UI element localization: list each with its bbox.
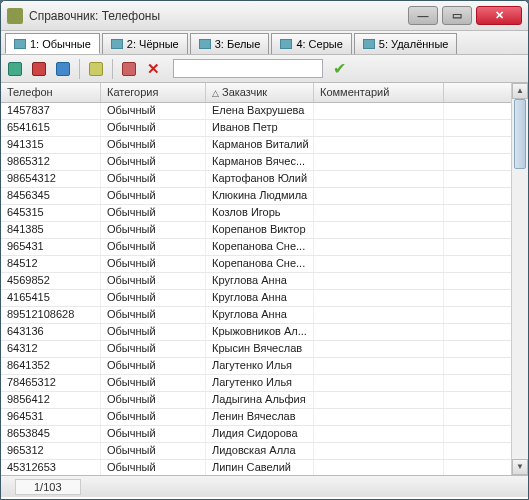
app-window: Справочник: Телефоны — ▭ ✕ 1: Обычные2: …: [0, 0, 529, 500]
cell-category: Обычный: [101, 103, 206, 119]
cell-customer: Лагутенко Илья: [206, 375, 314, 391]
vertical-scrollbar[interactable]: ▲ ▼: [511, 83, 528, 475]
cell-customer: Карманов Вячес...: [206, 154, 314, 170]
cell-category: Обычный: [101, 392, 206, 408]
table-row[interactable]: 1457837ОбычныйЕлена Вахрушева: [1, 103, 511, 120]
table-row[interactable]: 4569852ОбычныйКруглова Анна: [1, 273, 511, 290]
app-icon: [7, 8, 23, 24]
scroll-up-button[interactable]: ▲: [512, 83, 528, 99]
table-row[interactable]: 98654312ОбычныйКартофанов Юлий: [1, 171, 511, 188]
table-row[interactable]: 965431ОбычныйКорепанова Сне...: [1, 239, 511, 256]
cell-customer: Крыжовников Ал...: [206, 324, 314, 340]
grid-container: ТелефонКатегория△ЗаказчикКомментарий 145…: [1, 83, 528, 475]
minimize-button[interactable]: —: [408, 6, 438, 25]
cell-category: Обычный: [101, 443, 206, 459]
table-row[interactable]: 4165415ОбычныйКруглова Анна: [1, 290, 511, 307]
tab-3[interactable]: 4: Серые: [271, 33, 351, 54]
cell-phone: 1457837: [1, 103, 101, 119]
cell-comment: [314, 256, 444, 272]
table-row[interactable]: 8653845ОбычныйЛидия Сидорова: [1, 426, 511, 443]
copy-record-button[interactable]: [53, 59, 73, 79]
cell-category: Обычный: [101, 120, 206, 136]
table-row[interactable]: 84512ОбычныйКорепанова Сне...: [1, 256, 511, 273]
maximize-button[interactable]: ▭: [442, 6, 472, 25]
tab-1[interactable]: 2: Чёрные: [102, 33, 188, 54]
scroll-thumb[interactable]: [514, 99, 526, 169]
column-header-0[interactable]: Телефон: [1, 83, 101, 102]
table-row[interactable]: 64312ОбычныйКрысин Вячеслав: [1, 341, 511, 358]
table-row[interactable]: 941315ОбычныйКарманов Виталий: [1, 137, 511, 154]
cell-category: Обычный: [101, 460, 206, 475]
table-row[interactable]: 6541615ОбычныйИванов Петр: [1, 120, 511, 137]
tab-icon: [199, 39, 211, 49]
cell-phone: 965431: [1, 239, 101, 255]
cell-phone: 9865312: [1, 154, 101, 170]
cell-comment: [314, 460, 444, 475]
cell-category: Обычный: [101, 188, 206, 204]
cell-phone: 8653845: [1, 426, 101, 442]
tab-4[interactable]: 5: Удалённые: [354, 33, 458, 54]
column-header-1[interactable]: Категория: [101, 83, 206, 102]
table-row[interactable]: 8456345ОбычныйКлюкина Людмила: [1, 188, 511, 205]
table-row[interactable]: 643136ОбычныйКрыжовников Ал...: [1, 324, 511, 341]
cell-comment: [314, 154, 444, 170]
table-row[interactable]: 841385ОбычныйКорепанов Виктор: [1, 222, 511, 239]
table-row[interactable]: 964531ОбычныйЛенин Вячеслав: [1, 409, 511, 426]
grid-header: ТелефонКатегория△ЗаказчикКомментарий: [1, 83, 511, 103]
data-grid[interactable]: ТелефонКатегория△ЗаказчикКомментарий 145…: [1, 83, 511, 475]
cell-comment: [314, 188, 444, 204]
search-input[interactable]: [173, 59, 323, 78]
edit-record-button[interactable]: [29, 59, 49, 79]
cell-customer: Круглова Анна: [206, 307, 314, 323]
cell-category: Обычный: [101, 324, 206, 340]
cell-customer: Козлов Игорь: [206, 205, 314, 221]
apply-filter-button[interactable]: ✔: [333, 59, 346, 78]
cell-category: Обычный: [101, 154, 206, 170]
table-row[interactable]: 9865312ОбычныйКарманов Вячес...: [1, 154, 511, 171]
window-title: Справочник: Телефоны: [29, 9, 408, 23]
cell-customer: Картофанов Юлий: [206, 171, 314, 187]
cell-category: Обычный: [101, 171, 206, 187]
cell-comment: [314, 307, 444, 323]
new-record-button[interactable]: [5, 59, 25, 79]
cell-phone: 78465312: [1, 375, 101, 391]
tab-icon: [14, 39, 26, 49]
cell-category: Обычный: [101, 375, 206, 391]
close-button[interactable]: ✕: [476, 6, 522, 25]
cell-comment: [314, 222, 444, 238]
column-header-3[interactable]: Комментарий: [314, 83, 444, 102]
scroll-down-button[interactable]: ▼: [512, 459, 528, 475]
toolbar-separator: [79, 59, 80, 79]
tab-0[interactable]: 1: Обычные: [5, 33, 100, 54]
table-row[interactable]: 965312ОбычныйЛидовская Алла: [1, 443, 511, 460]
cell-phone: 64312: [1, 341, 101, 357]
delete-button[interactable]: ✕: [143, 59, 163, 79]
cell-category: Обычный: [101, 307, 206, 323]
cell-category: Обычный: [101, 222, 206, 238]
export-button[interactable]: [119, 59, 139, 79]
cell-phone: 6541615: [1, 120, 101, 136]
table-row[interactable]: 78465312ОбычныйЛагутенко Илья: [1, 375, 511, 392]
cell-category: Обычный: [101, 358, 206, 374]
table-row[interactable]: 8641352ОбычныйЛагутенко Илья: [1, 358, 511, 375]
titlebar[interactable]: Справочник: Телефоны — ▭ ✕: [1, 1, 528, 31]
table-row[interactable]: 9856412ОбычныйЛадыгина Альфия: [1, 392, 511, 409]
cell-phone: 84512: [1, 256, 101, 272]
table-row[interactable]: 89512108628ОбычныйКруглова Анна: [1, 307, 511, 324]
table-row[interactable]: 645315ОбычныйКозлов Игорь: [1, 205, 511, 222]
table-row[interactable]: 45312653ОбычныйЛипин Савелий: [1, 460, 511, 475]
cell-customer: Корепанова Сне...: [206, 256, 314, 272]
tab-2[interactable]: 3: Белые: [190, 33, 270, 54]
cell-comment: [314, 392, 444, 408]
column-header-2[interactable]: △Заказчик: [206, 83, 314, 102]
cell-comment: [314, 324, 444, 340]
cell-phone: 941315: [1, 137, 101, 153]
cell-customer: Липин Савелий: [206, 460, 314, 475]
cell-comment: [314, 171, 444, 187]
cell-customer: Карманов Виталий: [206, 137, 314, 153]
tab-label: 3: Белые: [215, 38, 261, 50]
status-bar: 1/103: [1, 475, 528, 497]
import-button[interactable]: [86, 59, 106, 79]
tab-label: 1: Обычные: [30, 38, 91, 50]
tab-label: 2: Чёрные: [127, 38, 179, 50]
